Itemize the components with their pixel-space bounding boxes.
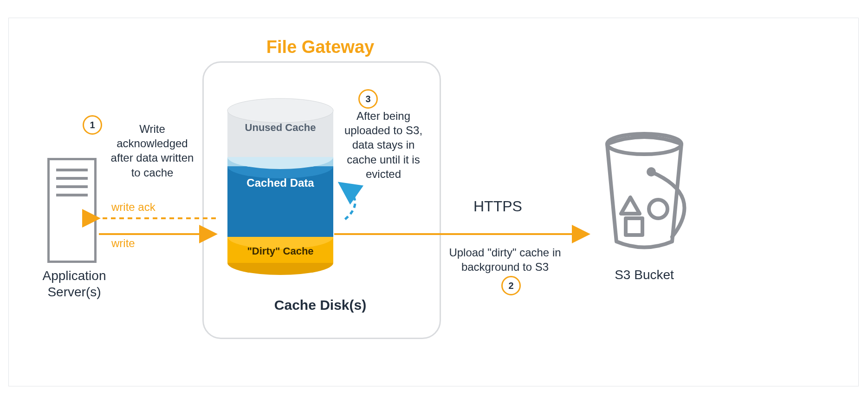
write-ack-label: write ack	[111, 201, 155, 214]
diagram-title: File Gateway	[202, 37, 438, 57]
svg-rect-14	[626, 218, 642, 235]
unused-cache-label: Unused Cache	[227, 122, 333, 134]
svg-marker-12	[621, 197, 640, 214]
s3-bucket-icon	[598, 125, 691, 255]
step-3-badge: 3	[358, 89, 378, 109]
diagram-canvas: File Gateway Cache Disk(s) Unused Cache …	[0, 0, 868, 405]
server-line	[56, 194, 88, 196]
step-3-note: After being uploaded to S3, data stays i…	[342, 109, 425, 181]
svg-point-13	[649, 200, 667, 218]
step-2-note: Upload "dirty" cache in background to S3	[445, 245, 565, 274]
server-line	[56, 177, 88, 180]
eviction-arrow-icon	[334, 176, 376, 232]
step-2-badge: 2	[501, 276, 521, 295]
step-1-badge: 1	[83, 115, 102, 135]
https-label: HTTPS	[473, 198, 522, 215]
s3-bucket-label: S3 Bucket	[575, 268, 714, 282]
application-server-label: Application Server(s)	[28, 268, 121, 300]
server-line	[56, 185, 88, 188]
application-server-icon	[47, 158, 97, 263]
svg-point-11	[647, 167, 656, 176]
server-line	[56, 169, 88, 171]
step-1-note: Write acknowledged after data written to…	[106, 122, 199, 180]
write-label: write	[111, 237, 135, 250]
cache-disks-label: Cache Disk(s)	[202, 297, 438, 313]
cached-data-label: Cached Data	[227, 176, 333, 189]
dirty-cache-label: "Dirty" Cache	[227, 245, 333, 257]
